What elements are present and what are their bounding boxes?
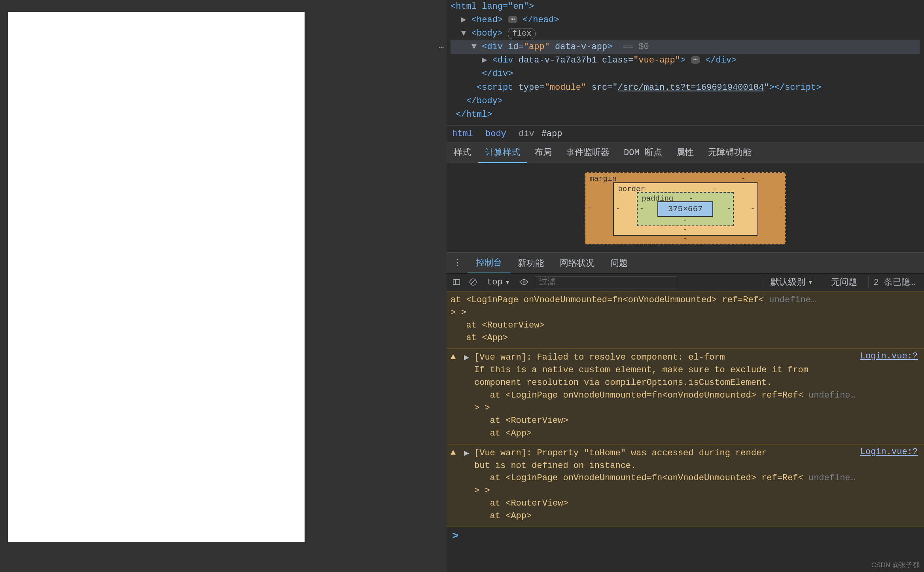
console-output[interactable]: at <LoginPage onVnodeUnmounted=fn<onVnod… [447,291,924,572]
drawer-tabs: ⋮ 控制台 新功能 网络状况 问题 [447,252,924,274]
box-margin-label: margin [589,174,616,183]
script-src-link[interactable]: /src/main.ts?t=1696919400104 [618,83,764,93]
tab-computed[interactable]: 计算样式 [478,142,527,163]
no-issues-label[interactable]: 无问题 [825,276,863,288]
ellipsis-icon[interactable]: ⋯ [508,16,517,23]
preview-panel [0,0,447,572]
console-prompt[interactable]: > [447,527,924,545]
live-expression-icon[interactable] [518,276,530,288]
breadcrumb-div[interactable]: div#app [519,129,562,139]
chevron-down-icon: ▾ [808,277,813,288]
selected-marker: == $0 [623,42,649,52]
ellipsis-icon[interactable]: ⋯ [691,56,700,64]
watermark: CSDN @张子都 [871,561,919,570]
hidden-messages[interactable]: 2 条已隐… [868,276,920,288]
tab-console[interactable]: 控制台 [468,253,510,273]
box-content-size: 375×667 [657,201,713,217]
dom-node[interactable]: <head> [471,15,503,25]
source-link[interactable]: Login.vue:? [860,351,920,439]
filter-input[interactable] [535,276,677,288]
svg-line-3 [471,280,475,284]
tab-whatsnew[interactable]: 新功能 [510,253,552,273]
flex-badge[interactable]: flex [508,28,536,39]
tab-dom-breakpoints[interactable]: DOM 断点 [617,142,669,163]
collapse-icon[interactable]: ▼ [471,42,477,52]
tab-accessibility[interactable]: 无障碍功能 [701,142,759,163]
styles-tabs: 样式 计算样式 布局 事件监听器 DOM 断点 属性 无障碍功能 [447,142,924,163]
dom-node[interactable]: </body> [466,96,503,106]
breadcrumb-body[interactable]: body [485,129,506,139]
dom-node[interactable]: <div [492,55,513,65]
dom-node[interactable]: <body> [471,28,503,38]
tab-issues[interactable]: 问题 [602,253,636,273]
collapse-icon[interactable]: ▼ [461,28,466,38]
console-toolbar: top ▾ 默认级别 ▾ 无问题 2 条已隐… [447,274,924,291]
more-icon[interactable]: ⋯ [439,42,444,55]
warning-icon: ▲ [451,351,459,439]
expand-icon[interactable]: ▶ [464,351,470,439]
box-padding-label: padding [642,194,673,203]
source-link[interactable]: Login.vue:? [860,447,920,523]
svg-rect-0 [453,280,460,285]
tab-styles[interactable]: 样式 [447,142,478,163]
svg-point-4 [523,281,525,284]
dom-tree[interactable]: <html lang="en"> ▶ <head> ⋯ </head> ▼ <b… [447,0,924,125]
context-selector[interactable]: top ▾ [484,277,513,288]
sidebar-toggle-icon[interactable] [451,276,462,288]
box-model[interactable]: margin - - - - border - - - - padding - … [447,163,924,252]
selected-dom-node[interactable]: ⋯ ▼ <div id="app" data-v-app> == $0 [451,40,920,54]
clear-console-icon[interactable] [467,276,479,288]
tab-properties[interactable]: 属性 [669,142,701,163]
dom-node[interactable]: <html lang="en"> [451,2,534,11]
expand-icon[interactable]: ▶ [464,447,470,523]
expand-icon[interactable]: ▶ [482,55,487,65]
tab-layout[interactable]: 布局 [527,142,559,163]
console-warning[interactable]: at <LoginPage onVnodeUnmounted=fn<onVnod… [447,291,924,349]
breadcrumb[interactable]: html body div#app [447,125,924,142]
warning-icon: ▲ [451,447,459,523]
breadcrumb-html[interactable]: html [452,129,473,139]
log-level-selector[interactable]: 默认级别 ▾ [763,276,820,288]
devtools-panel: <html lang="en"> ▶ <head> ⋯ </head> ▼ <b… [447,0,924,572]
console-warning[interactable]: ▲ ▶ [Vue warn]: Property "toHome" was ac… [447,444,924,527]
tab-network-conditions[interactable]: 网络状况 [552,253,602,273]
rendered-page[interactable] [8,12,305,542]
expand-icon[interactable]: ▶ [461,15,466,25]
console-warning[interactable]: ▲ ▶ [Vue warn]: Failed to resolve compon… [447,349,924,444]
chevron-down-icon: ▾ [505,277,510,288]
kebab-icon[interactable]: ⋮ [447,254,468,272]
dom-node[interactable]: <script [477,83,513,93]
dom-node[interactable]: </html> [456,110,492,119]
tab-listeners[interactable]: 事件监听器 [559,142,617,163]
dom-node[interactable]: </div> [482,69,513,79]
